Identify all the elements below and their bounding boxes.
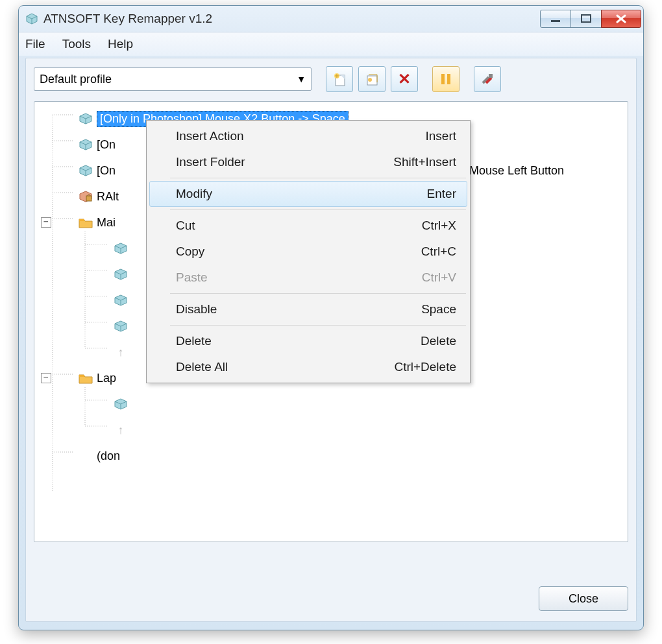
- svg-point-8: [368, 78, 372, 82]
- menu-file[interactable]: File: [25, 37, 45, 51]
- locked-cube-icon: [77, 191, 94, 202]
- dropdown-arrow-icon: ▼: [297, 74, 306, 84]
- context-menu-label: Paste: [176, 270, 208, 285]
- edit-action-button[interactable]: [358, 66, 386, 92]
- tree-item-label: RAlt: [97, 190, 119, 204]
- profile-combo[interactable]: Default profile ▼: [34, 67, 312, 91]
- svg-rect-10: [447, 74, 450, 84]
- pause-button[interactable]: [432, 66, 460, 92]
- cube-icon: [112, 243, 129, 254]
- context-menu-item[interactable]: Insert FolderShift+Insert: [149, 149, 467, 175]
- context-menu-shortcut: Enter: [427, 187, 456, 201]
- tree-item[interactable]: (don: [34, 443, 628, 469]
- svg-rect-3: [582, 15, 591, 22]
- context-menu-shortcut: Ctrl+V: [422, 270, 456, 285]
- menu-tools[interactable]: Tools: [62, 37, 91, 51]
- folder-icon: [77, 372, 94, 384]
- client-area: Default profile ▼ ✕: [25, 58, 637, 622]
- minimize-button[interactable]: [540, 10, 571, 28]
- context-menu-label: Insert Action: [176, 129, 244, 143]
- window-title: ATNSOFT Key Remapper v1.2: [43, 12, 540, 26]
- cube-icon: [77, 139, 94, 150]
- folder-icon: [77, 217, 94, 228]
- context-menu-shortcut: Ctrl+C: [421, 244, 456, 259]
- tree-item-suffix: Mouse Left Button: [469, 164, 564, 178]
- svg-rect-11: [489, 74, 493, 78]
- tree-item-label: (don: [97, 449, 120, 463]
- settings-button[interactable]: [474, 66, 501, 92]
- context-menu-label: Insert Folder: [176, 155, 245, 169]
- insert-arrow-icon: ↑: [112, 423, 129, 437]
- delete-x-icon: ✕: [398, 70, 411, 88]
- delete-button[interactable]: ✕: [391, 66, 418, 92]
- cube-icon: [112, 398, 129, 410]
- context-menu-item[interactable]: DeleteDelete: [149, 328, 467, 354]
- svg-rect-20: [79, 219, 84, 221]
- context-menu-label: Disable: [176, 302, 217, 316]
- svg-rect-2: [551, 20, 560, 22]
- context-menu-item[interactable]: Insert ActionInsert: [149, 123, 467, 149]
- collapse-icon[interactable]: −: [41, 373, 51, 383]
- svg-rect-29: [79, 375, 84, 377]
- tree-folder-label: Lap: [97, 372, 116, 385]
- menubar: File Tools Help: [19, 32, 643, 56]
- svg-rect-9: [441, 74, 445, 84]
- menu-separator: [170, 325, 466, 326]
- context-menu-shortcut: Ctrl+X: [422, 219, 456, 233]
- context-menu-shortcut: Delete: [421, 334, 456, 348]
- menu-separator: [170, 178, 466, 178]
- menu-separator: [170, 209, 466, 210]
- context-menu-shortcut: Space: [421, 302, 456, 316]
- close-window-button[interactable]: [601, 10, 641, 28]
- context-menu-item[interactable]: CopyCtrl+C: [149, 239, 467, 265]
- context-menu-shortcut: Insert: [425, 129, 456, 143]
- titlebar[interactable]: ATNSOFT Key Remapper v1.2: [19, 6, 643, 32]
- context-menu-item[interactable]: Delete AllCtrl+Delete: [149, 354, 467, 380]
- collapse-icon[interactable]: −: [41, 217, 51, 228]
- app-window: ATNSOFT Key Remapper v1.2 File Tools Hel…: [18, 5, 644, 630]
- context-menu-item[interactable]: DisableSpace: [149, 296, 467, 322]
- context-menu-label: Delete All: [176, 360, 228, 374]
- menu-separator: [170, 293, 466, 294]
- insert-arrow-icon: ↑: [112, 346, 129, 359]
- close-label: Close: [569, 592, 598, 606]
- context-menu-label: Copy: [176, 244, 204, 259]
- tree-item-label: [On: [97, 138, 116, 152]
- app-icon: [25, 12, 38, 25]
- profile-value: Default profile: [40, 73, 112, 86]
- new-action-button[interactable]: [326, 66, 353, 92]
- context-menu-item[interactable]: ModifyEnter: [149, 181, 467, 207]
- svg-rect-19: [86, 196, 92, 201]
- context-menu-shortcut: Ctrl+Delete: [394, 360, 456, 374]
- tree-item-label: [On: [97, 164, 116, 178]
- context-menu-label: Cut: [176, 219, 195, 233]
- context-menu-item: PasteCtrl+V: [149, 265, 467, 291]
- tree-folder-label: Mai: [97, 216, 116, 230]
- cube-icon: [112, 320, 129, 332]
- tree-placeholder[interactable]: ↑: [34, 417, 628, 443]
- context-menu: Insert ActionInsertInsert FolderShift+In…: [146, 120, 471, 383]
- cube-icon: [77, 165, 94, 176]
- cube-icon: [112, 294, 129, 306]
- tree-panel: [Only in Photoshop] Mouse X2 Button -> S…: [34, 101, 628, 542]
- context-menu-shortcut: Shift+Insert: [393, 155, 456, 169]
- cube-icon: [77, 113, 94, 125]
- tree-item[interactable]: [34, 391, 628, 417]
- menu-help[interactable]: Help: [108, 37, 133, 51]
- context-menu-label: Modify: [176, 187, 212, 201]
- close-button[interactable]: Close: [539, 586, 628, 611]
- toolbar: Default profile ▼ ✕: [34, 65, 628, 93]
- context-menu-item[interactable]: CutCtrl+X: [149, 213, 467, 239]
- cube-icon: [112, 268, 129, 280]
- context-menu-label: Delete: [176, 334, 212, 348]
- maximize-button[interactable]: [570, 10, 602, 28]
